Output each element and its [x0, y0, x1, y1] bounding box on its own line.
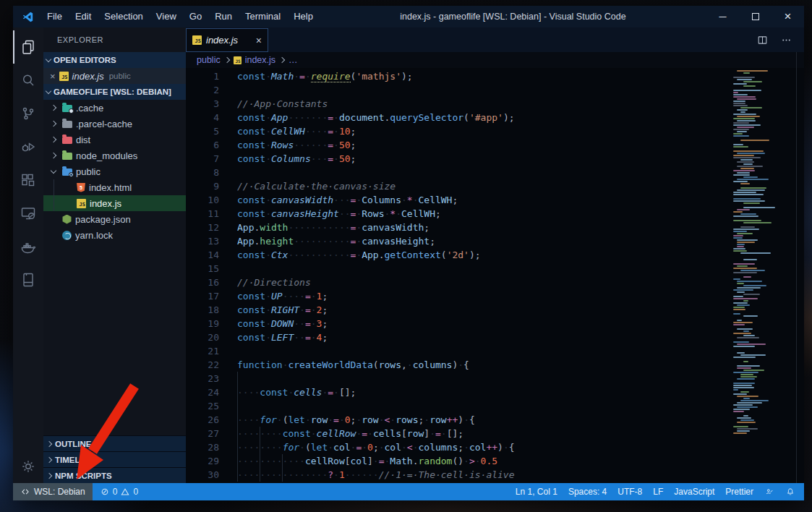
- minimap-line: [740, 252, 771, 254]
- menu-terminal[interactable]: Terminal: [239, 6, 287, 27]
- minimap-line: [733, 144, 743, 145]
- tree-item-yarn-lock[interactable]: yarn.lock: [43, 227, 186, 243]
- activity-docker-button[interactable]: [13, 230, 43, 263]
- tree-item-parcel-cache[interactable]: .parcel-cache: [43, 116, 186, 132]
- breadcrumb-index-js[interactable]: JSindex.js: [234, 55, 275, 65]
- problems-status[interactable]: 0 0: [93, 487, 138, 497]
- status-utf-8[interactable]: UTF-8: [617, 487, 642, 497]
- code-line-21: 21: [186, 344, 804, 358]
- tab-index-js[interactable]: JS index.js ×: [186, 28, 268, 52]
- close-editor-icon[interactable]: ×: [50, 72, 56, 81]
- menu-file[interactable]: File: [40, 6, 69, 27]
- clock-overlay-icon: [69, 108, 74, 114]
- status-bell-button[interactable]: [785, 487, 795, 497]
- line-content: ····const·cells·=·[];: [237, 385, 356, 399]
- menu-view[interactable]: View: [150, 6, 183, 27]
- project-header[interactable]: GAMEOFLIFE [WSL: DEBIAN]: [43, 84, 186, 100]
- remote-indicator[interactable]: WSL: Debian: [13, 483, 93, 500]
- code-editor[interactable]: 1const·Math·=·require('mathjs');23//·App…: [186, 68, 804, 483]
- folder-icon: [62, 168, 72, 176]
- section-npm-scripts[interactable]: NPM SCRIPTS: [43, 467, 186, 483]
- activity-run-debug-button[interactable]: [13, 130, 43, 163]
- minimap[interactable]: [733, 70, 795, 435]
- minimap-line: [743, 315, 758, 317]
- minimap-line: [733, 129, 749, 130]
- minimap-line: [733, 257, 795, 258]
- breadcrumb-public[interactable]: public: [197, 55, 221, 65]
- chevron-right-icon: [51, 137, 56, 142]
- breadcrumb-separator-icon: [223, 57, 229, 63]
- activity-settings-button[interactable]: [13, 450, 43, 483]
- chevron-right-icon: [46, 472, 52, 478]
- menu-run[interactable]: Run: [208, 6, 239, 27]
- more-actions-icon[interactable]: [780, 34, 792, 46]
- split-editor-icon[interactable]: [756, 34, 769, 46]
- close-button[interactable]: ×: [772, 6, 804, 27]
- minimap-line: [733, 205, 795, 206]
- line-number: 16: [186, 276, 219, 289]
- editor-edge-divider: [796, 52, 797, 483]
- activity-search-button[interactable]: [13, 64, 43, 97]
- chevron-down-icon: [46, 56, 51, 61]
- activity-source-control-button[interactable]: [13, 97, 43, 130]
- tree-item-index-html[interactable]: 5index.html: [43, 179, 186, 195]
- tab-close-icon[interactable]: ×: [256, 35, 262, 46]
- section-timeline[interactable]: TIMELINE: [43, 451, 186, 467]
- folder-icon: [62, 121, 72, 128]
- minimap-line: [733, 409, 750, 410]
- status-spaces-4[interactable]: Spaces: 4: [568, 487, 607, 497]
- code-line-17: 17const·UP····=·1;: [186, 289, 804, 303]
- tree-item-index-js[interactable]: JSindex.js: [43, 195, 186, 211]
- line-content: ········const·cellRow·=·cells[row]·=·[];: [237, 427, 463, 440]
- line-number: 24: [186, 385, 219, 399]
- open-editor-index-js[interactable]: ×JSindex.jspublic: [43, 68, 186, 84]
- line-number: 9: [186, 179, 219, 193]
- minimap-line: [737, 153, 765, 154]
- status-feedback-button[interactable]: [764, 487, 774, 497]
- menu-selection[interactable]: Selection: [98, 6, 149, 27]
- js-file-icon: JS: [77, 199, 86, 208]
- minimap-line: [733, 389, 738, 391]
- status-prettier[interactable]: Prettier: [725, 487, 753, 497]
- activity-remote-explorer-button[interactable]: [13, 197, 43, 230]
- open-editors-header[interactable]: OPEN EDITORS: [43, 52, 186, 68]
- minimap-line: [733, 150, 764, 152]
- minimap-line: [733, 103, 745, 104]
- minimap-line: [737, 378, 755, 380]
- line-number: 13: [186, 234, 219, 248]
- menu-edit[interactable]: Edit: [69, 6, 98, 27]
- minimap-line: [733, 326, 795, 328]
- bell-icon: [785, 487, 795, 497]
- tree-item-dist[interactable]: dist: [43, 132, 186, 148]
- tree-item-label: index.html: [89, 182, 132, 193]
- tree-item-public[interactable]: public: [43, 163, 186, 179]
- minimap-line: [737, 120, 756, 121]
- activity-notebook-button[interactable]: [13, 263, 43, 296]
- maximize-button[interactable]: [739, 6, 772, 27]
- tree-item-package-json[interactable]: package.json: [43, 211, 186, 227]
- line-content: const·Columns···=·50;: [237, 152, 356, 166]
- minimap-line: [740, 183, 750, 184]
- tree-item-label: dist: [76, 135, 90, 145]
- activity-explorer-button[interactable]: [13, 30, 43, 64]
- status-javascript[interactable]: JavaScript: [674, 487, 714, 497]
- menu-help[interactable]: Help: [287, 6, 320, 27]
- menu-go[interactable]: Go: [183, 6, 208, 27]
- minimap-line: [733, 148, 795, 150]
- tree-item-cache[interactable]: .cache: [43, 100, 186, 116]
- breadcrumb-[interactable]: …: [289, 55, 298, 65]
- code-line-9: 9//·Calculate·the·canvas·size: [186, 179, 804, 193]
- docker-icon: [20, 238, 37, 255]
- minimap-line: [737, 161, 754, 163]
- tree-item-node-modules[interactable]: node_modules: [43, 148, 186, 163]
- minimap-line: [737, 281, 762, 282]
- activity-extensions-button[interactable]: [13, 163, 43, 197]
- minimap-line: [737, 166, 763, 167]
- status-lf[interactable]: LF: [653, 487, 663, 497]
- minimize-button[interactable]: ─: [706, 6, 739, 27]
- minimap-line: [737, 422, 756, 423]
- section-outline[interactable]: OUTLINE: [43, 435, 186, 451]
- status-ln-1-col-1[interactable]: Ln 1, Col 1: [516, 487, 557, 497]
- open-editor-label: index.js: [72, 71, 104, 82]
- code-line-28: 28········for·(let·col·=·0;·col·<·column…: [186, 440, 804, 454]
